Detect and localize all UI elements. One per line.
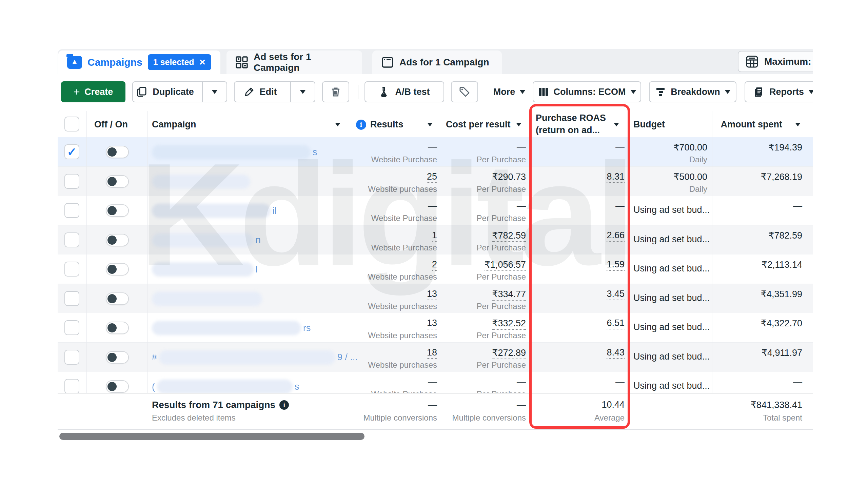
column-header-cost[interactable]: Cost per result bbox=[446, 119, 511, 130]
delete-button[interactable] bbox=[322, 81, 349, 102]
table-row[interactable]: rs13Website purchases₹332.52Per Purchase… bbox=[58, 313, 813, 343]
campaign-toggle-off[interactable] bbox=[106, 263, 129, 276]
campaign-name-redacted[interactable]: s bbox=[152, 145, 317, 160]
row-checkbox[interactable] bbox=[64, 203, 79, 218]
info-icon[interactable]: i bbox=[356, 120, 366, 130]
create-button[interactable]: + Create bbox=[61, 81, 125, 102]
clear-selection-icon[interactable]: ✕ bbox=[199, 58, 206, 67]
selected-count-badge[interactable]: 1 selected ✕ bbox=[148, 54, 211, 70]
campaign-toggle-off[interactable] bbox=[106, 234, 129, 246]
toggle-knob bbox=[107, 382, 117, 391]
campaign-toggle-off[interactable] bbox=[106, 351, 129, 364]
row-checkbox[interactable] bbox=[64, 379, 79, 393]
table-row[interactable]: 25Website purchases₹290.73Per Purchase8.… bbox=[58, 167, 813, 196]
budget-value: Using ad set bud... bbox=[633, 234, 710, 245]
column-header-budget[interactable]: Budget bbox=[633, 119, 665, 130]
tab-strip: Campaigns 1 selected ✕ Ad sets for 1 Cam… bbox=[58, 49, 813, 74]
maximum-button[interactable]: Maximum: M bbox=[738, 51, 813, 72]
ab-test-button[interactable]: A/B test bbox=[364, 81, 444, 102]
sort-caret-icon[interactable] bbox=[516, 123, 521, 126]
campaign-name-redacted[interactable]: (s bbox=[152, 379, 299, 393]
duplicate-dropdown[interactable] bbox=[202, 82, 226, 102]
campaign-name-redacted[interactable]: #9 / ... bbox=[152, 350, 358, 365]
toggle-knob bbox=[107, 206, 117, 215]
horizontal-scrollbar[interactable] bbox=[59, 433, 364, 440]
table-row[interactable]: #9 / ...18Website purchases₹272.89Per Pu… bbox=[58, 343, 813, 372]
campaign-toggle-off[interactable] bbox=[106, 175, 129, 188]
toggle-knob bbox=[107, 265, 117, 274]
footer-spent-label: Total spent bbox=[763, 413, 802, 423]
results-value: 2 bbox=[432, 259, 437, 270]
row-checkbox[interactable] bbox=[64, 320, 79, 335]
info-icon[interactable]: i bbox=[279, 400, 289, 410]
sort-caret-icon[interactable] bbox=[614, 123, 619, 126]
selected-count-label: 1 selected bbox=[153, 57, 194, 67]
column-header-campaign[interactable]: Campaign bbox=[152, 119, 196, 130]
more-button[interactable]: More bbox=[486, 81, 533, 102]
campaign-name-redacted[interactable]: l bbox=[152, 262, 258, 277]
row-checkbox[interactable] bbox=[64, 291, 79, 306]
duplicate-icon bbox=[136, 86, 148, 98]
tab-adsets[interactable]: Ad sets for 1 Campaign bbox=[226, 50, 362, 74]
table-row[interactable]: 13Website purchases₹334.77Per Purchase3.… bbox=[58, 284, 813, 313]
select-all-checkbox[interactable] bbox=[64, 117, 79, 131]
table-row[interactable]: ✓s—Website Purchase—Per Purchase—₹700.00… bbox=[58, 137, 813, 167]
row-checkbox[interactable]: ✓ bbox=[64, 144, 79, 159]
columns-icon bbox=[538, 86, 549, 97]
column-header-results[interactable]: i Results bbox=[356, 119, 403, 130]
edit-dropdown[interactable] bbox=[290, 82, 315, 102]
cost-value: ₹1,056.57 bbox=[485, 259, 526, 270]
cost-label: Per Purchase bbox=[477, 272, 526, 282]
row-checkbox[interactable] bbox=[64, 350, 79, 365]
roas-value: — bbox=[615, 201, 625, 211]
campaign-name-redacted[interactable] bbox=[152, 291, 262, 306]
cost-label: Per Purchase bbox=[477, 214, 526, 223]
row-checkbox[interactable] bbox=[64, 174, 79, 189]
roas-number: — bbox=[615, 201, 625, 211]
columns-button[interactable]: Columns: ECOM bbox=[533, 81, 641, 102]
results-number: — bbox=[428, 377, 437, 387]
tab-campaigns[interactable]: Campaigns 1 selected ✕ bbox=[58, 50, 220, 74]
campaign-name-redacted[interactable] bbox=[152, 174, 250, 189]
tab-ads[interactable]: Ads for 1 Campaign bbox=[372, 50, 502, 74]
edit-button[interactable]: Edit bbox=[235, 86, 285, 98]
roas-value: 8.43 bbox=[607, 347, 625, 358]
table-row[interactable]: (s—Website Purchase—Per Purchase—Using a… bbox=[58, 372, 813, 393]
results-number: 25 bbox=[427, 171, 437, 183]
spent-value: — bbox=[793, 377, 802, 387]
roas-value: 8.31 bbox=[607, 171, 625, 182]
campaign-toggle-off[interactable] bbox=[106, 146, 129, 158]
row-checkbox[interactable] bbox=[64, 262, 79, 277]
sort-caret-icon[interactable] bbox=[427, 123, 433, 126]
cost-label: Per Purchase bbox=[477, 302, 526, 311]
table-row[interactable]: il—Website Purchase—Per Purchase—Using a… bbox=[58, 196, 813, 225]
results-label: Website Purchase bbox=[371, 214, 437, 223]
breakdown-button[interactable]: Breakdown bbox=[649, 81, 736, 102]
campaign-name-redacted[interactable]: n bbox=[152, 233, 261, 248]
tag-button[interactable] bbox=[451, 81, 478, 102]
spent-number: ₹2,113.14 bbox=[762, 260, 802, 270]
flask-icon bbox=[379, 86, 390, 98]
reports-button[interactable]: Reports bbox=[745, 81, 813, 102]
column-divider bbox=[86, 111, 87, 430]
column-divider bbox=[629, 111, 630, 430]
campaign-name-fragment: # bbox=[152, 352, 157, 363]
column-divider bbox=[350, 111, 350, 430]
campaign-name-redacted[interactable]: il bbox=[152, 203, 277, 218]
table-row[interactable]: l2Website purchases₹1,056.57Per Purchase… bbox=[58, 255, 813, 284]
campaign-toggle-off[interactable] bbox=[106, 380, 129, 393]
column-header-spent[interactable]: Amount spent bbox=[721, 119, 783, 130]
row-checkbox[interactable] bbox=[64, 232, 79, 247]
campaign-toggle-off[interactable] bbox=[106, 204, 129, 217]
campaign-name-redacted[interactable]: rs bbox=[152, 321, 311, 336]
duplicate-button[interactable]: Duplicate bbox=[133, 86, 197, 98]
campaign-toggle-off[interactable] bbox=[106, 322, 129, 334]
sort-caret-icon[interactable] bbox=[335, 123, 340, 126]
sort-caret-icon[interactable] bbox=[795, 123, 801, 126]
results-number: 1 bbox=[432, 230, 437, 242]
column-header-roas[interactable]: Purchase ROAS (return on ad... bbox=[536, 112, 606, 136]
campaign-toggle-off[interactable] bbox=[106, 292, 129, 305]
spent-number: ₹4,911.97 bbox=[762, 348, 802, 358]
column-header-off-on: Off / On bbox=[94, 119, 128, 130]
table-row[interactable]: n1Website Purchase₹782.59Per Purchase2.6… bbox=[58, 225, 813, 255]
